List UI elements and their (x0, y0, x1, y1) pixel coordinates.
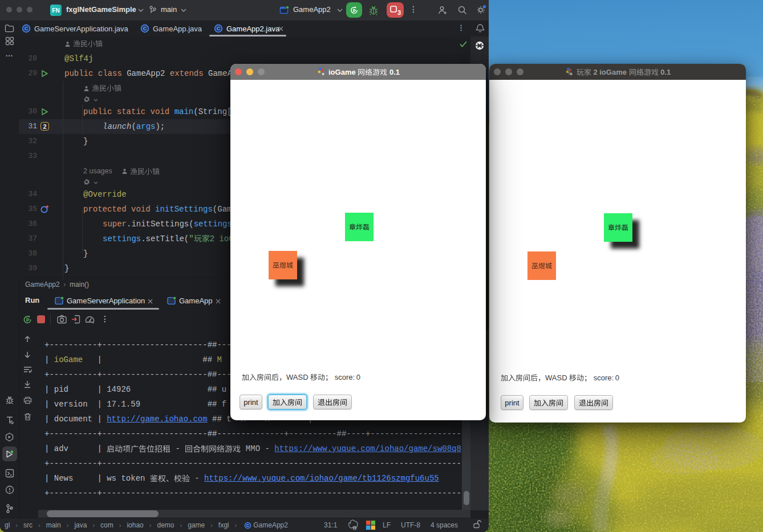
svg-text:C: C (143, 26, 147, 31)
svg-text:C: C (25, 26, 29, 31)
svg-text:i: i (354, 526, 355, 530)
svg-text:C: C (217, 26, 221, 31)
svg-text:C: C (246, 523, 250, 528)
